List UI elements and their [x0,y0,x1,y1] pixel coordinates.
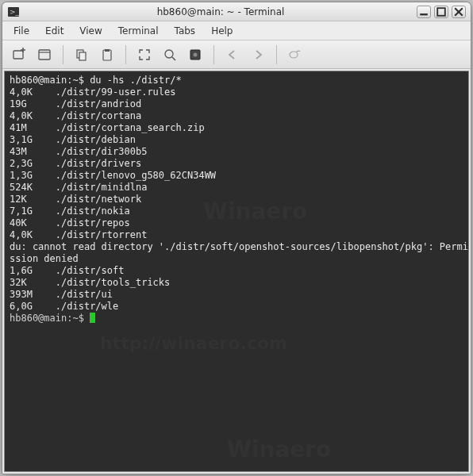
watermark: http://winaero.com [100,333,287,353]
prev-tab-button[interactable] [221,44,244,66]
menubar: File Edit View Terminal Tabs Help [2,21,471,40]
svg-rect-3 [437,8,445,16]
search-button[interactable] [283,44,307,66]
app-icon: >_ [7,6,20,18]
next-tab-button[interactable] [246,44,270,66]
minimize-button[interactable] [417,6,431,18]
toolbar-separator [63,45,63,64]
cursor [90,313,95,323]
new-window-button[interactable] [33,44,56,66]
terminal-area[interactable]: Winaero http://winaero.com Winaero hb860… [4,71,469,472]
terminal-window: >_ hb860@main: ~ - Terminal File Edit Vi… [2,2,471,474]
window-title: hb860@main: ~ - Terminal [25,6,417,17]
svg-rect-14 [105,49,110,52]
toolbar-separator [125,45,126,64]
zoom-button[interactable] [158,44,182,66]
paste-button[interactable] [95,44,119,66]
menu-tabs[interactable]: Tabs [167,23,204,39]
copy-button[interactable] [70,44,94,66]
toolbar [2,40,471,69]
menu-terminal[interactable]: Terminal [110,23,167,39]
svg-rect-9 [39,50,50,60]
menu-view[interactable]: View [71,23,110,39]
terminal-output: hb860@main:~$ du -hs ./distr/* 4,0K ./di… [5,71,468,328]
new-tab-button[interactable] [7,44,31,66]
preferences-button[interactable] [183,44,207,66]
menu-help[interactable]: Help [203,23,240,39]
toolbar-separator [213,45,214,64]
toolbar-separator [276,45,277,64]
svg-text:>_: >_ [10,8,20,16]
svg-line-16 [172,57,175,60]
svg-rect-12 [79,52,86,60]
fullscreen-button[interactable] [133,44,156,66]
watermark: Winaero [227,436,331,463]
titlebar[interactable]: >_ hb860@main: ~ - Terminal [2,2,471,21]
menu-edit[interactable]: Edit [37,23,71,39]
window-controls [417,6,466,18]
svg-point-15 [165,50,173,58]
menu-file[interactable]: File [6,23,37,39]
maximize-button[interactable] [434,6,448,18]
svg-rect-6 [13,51,23,59]
close-button[interactable] [452,6,466,18]
svg-point-18 [194,52,198,56]
